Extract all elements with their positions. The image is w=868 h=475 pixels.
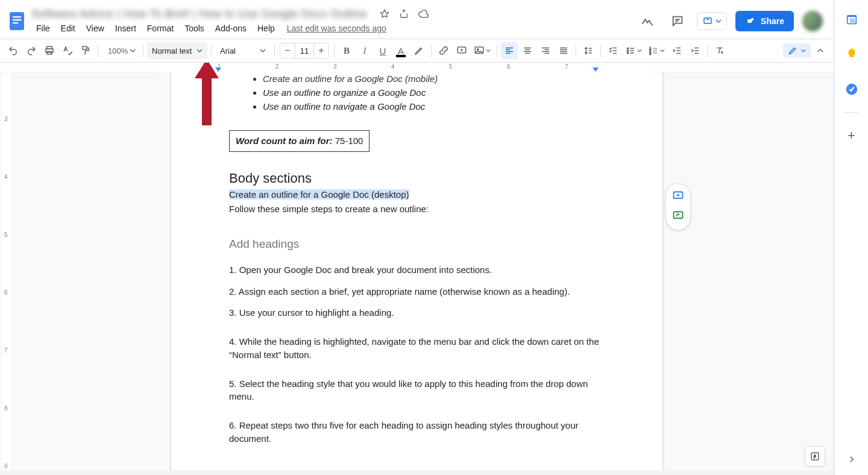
- vruler-label: 4: [4, 174, 8, 180]
- account-avatar[interactable]: [802, 11, 823, 31]
- decrease-indent-button[interactable]: [668, 42, 685, 59]
- collapse-toolbar-button[interactable]: [812, 42, 829, 59]
- text-color-button[interactable]: A: [392, 42, 409, 59]
- font-size-stepper[interactable]: − 11 +: [280, 43, 329, 58]
- add-comment-icon[interactable]: [672, 190, 684, 204]
- last-edit-link[interactable]: Last edit was seconds ago: [287, 24, 386, 33]
- star-icon[interactable]: [379, 8, 390, 19]
- menu-addons[interactable]: Add-ons: [210, 22, 251, 34]
- keep-addon-icon[interactable]: [840, 42, 864, 66]
- move-icon[interactable]: [398, 8, 409, 19]
- checklist-button[interactable]: [605, 42, 621, 59]
- increase-indent-button[interactable]: [687, 42, 703, 59]
- explore-button[interactable]: [805, 446, 825, 467]
- step-item: 4. While the heading is highlighted, nav…: [229, 335, 605, 362]
- vruler-label: 5: [4, 231, 8, 238]
- insert-image-button[interactable]: [471, 42, 493, 59]
- font-size-value[interactable]: 11: [295, 43, 314, 58]
- vruler-label: 7: [4, 347, 8, 354]
- styles-combo[interactable]: Normal text Styles: [147, 42, 207, 59]
- zoom-combo[interactable]: 100%: [102, 46, 139, 55]
- horizontal-scrollbar[interactable]: [0, 470, 834, 475]
- insert-comment-button[interactable]: [453, 42, 470, 59]
- svg-point-5: [752, 18, 753, 20]
- bold-button[interactable]: B: [338, 42, 355, 59]
- decrease-font-button[interactable]: −: [280, 45, 295, 56]
- side-panel-rail: 31 +: [834, 0, 868, 475]
- bulleted-list-button[interactable]: [623, 42, 644, 59]
- vruler-label: 8: [4, 405, 8, 412]
- step-item: 6. Repeat steps two thru five for each h…: [229, 419, 605, 445]
- add-addons-button[interactable]: +: [840, 124, 864, 148]
- document-title[interactable]: Software Advice | How-To Brief | How to …: [31, 8, 367, 20]
- svg-rect-9: [83, 46, 87, 49]
- line-spacing-button[interactable]: [580, 42, 597, 59]
- redo-button[interactable]: [23, 42, 40, 59]
- present-button[interactable]: [697, 12, 727, 30]
- font-combo[interactable]: Arial: [215, 42, 271, 59]
- comments-icon[interactable]: [667, 10, 688, 32]
- rail-separator: [844, 112, 859, 113]
- menu-format[interactable]: Format: [142, 22, 178, 34]
- paint-format-button[interactable]: [77, 42, 94, 59]
- svg-rect-25: [850, 58, 854, 60]
- share-button[interactable]: Share: [735, 11, 794, 31]
- align-right-button[interactable]: [537, 42, 554, 59]
- underline-button[interactable]: U: [374, 42, 391, 59]
- menu-file[interactable]: File: [31, 22, 55, 34]
- suggest-edit-icon[interactable]: [672, 210, 684, 224]
- styles-value: Normal text: [152, 46, 192, 55]
- align-justify-button[interactable]: [555, 42, 572, 59]
- menu-tools[interactable]: Tools: [180, 22, 209, 34]
- editing-mode-button[interactable]: [783, 43, 811, 58]
- menu-edit[interactable]: Edit: [56, 22, 80, 34]
- align-left-button[interactable]: [501, 42, 518, 59]
- align-center-button[interactable]: [519, 42, 536, 59]
- intro-paragraph: Follow these simple steps to create a ne…: [229, 203, 605, 216]
- activity-icon[interactable]: [637, 10, 658, 32]
- insert-link-button[interactable]: [435, 42, 452, 59]
- ruler-label: 7: [565, 63, 568, 70]
- list-item: Use an outline to organize a Google Doc: [263, 86, 605, 99]
- document-surface[interactable]: 1 2 3 4 5 6 7 3 4 5 6 7 8 9 Create an ou…: [0, 63, 834, 475]
- ruler-label: 6: [507, 63, 511, 70]
- highlight-color-button[interactable]: [410, 42, 427, 59]
- svg-point-15: [627, 52, 628, 54]
- title-bar: Software Advice | How-To Brief | How to …: [0, 0, 834, 39]
- docs-logo-icon[interactable]: [5, 9, 29, 33]
- horizontal-ruler[interactable]: 1 2 3 4 5 6 7: [0, 63, 834, 72]
- vruler-label: 9: [4, 463, 8, 470]
- menu-bar: File Edit View Insert Format Tools Add-o…: [31, 22, 637, 35]
- step-item: 2. Assign each section a brief, yet appr…: [229, 285, 605, 298]
- share-label: Share: [761, 16, 784, 26]
- calendar-addon-icon[interactable]: 31: [840, 7, 864, 31]
- spellcheck-button[interactable]: [59, 42, 76, 59]
- step-item: 5. Select the heading style that you wou…: [229, 377, 605, 404]
- chevron-down-icon: [486, 45, 491, 56]
- zoom-value: 100%: [108, 46, 128, 55]
- vruler-label: 3: [4, 116, 8, 122]
- svg-point-13: [627, 48, 628, 49]
- menu-view[interactable]: View: [81, 22, 109, 34]
- svg-rect-1: [13, 16, 21, 17]
- word-count-box: Word count to aim for: 75-100: [229, 130, 370, 152]
- cloud-status-icon[interactable]: [418, 8, 429, 19]
- vertical-ruler[interactable]: 3 4 5 6 7 8 9: [2, 72, 12, 475]
- document-page[interactable]: Create an outline for a Google Doc (mobi…: [171, 72, 663, 475]
- italic-button[interactable]: I: [356, 42, 373, 59]
- print-button[interactable]: [41, 42, 58, 59]
- word-count-value: 75-100: [335, 136, 363, 146]
- menu-insert[interactable]: Insert: [110, 22, 141, 34]
- left-indent-marker[interactable]: [215, 68, 221, 72]
- clear-formatting-button[interactable]: [711, 42, 728, 59]
- increase-font-button[interactable]: +: [314, 45, 329, 56]
- undo-button[interactable]: [5, 42, 22, 59]
- right-indent-marker[interactable]: [593, 68, 599, 72]
- numbered-list-button[interactable]: 123: [646, 42, 667, 59]
- ruler-label: 5: [449, 63, 453, 70]
- tasks-addon-icon[interactable]: [840, 77, 864, 101]
- menu-help[interactable]: Help: [253, 22, 280, 34]
- list-item: Create an outline for a Google Doc (mobi…: [263, 72, 605, 86]
- svg-rect-2: [13, 19, 21, 20]
- hide-side-panel-button[interactable]: [846, 454, 857, 467]
